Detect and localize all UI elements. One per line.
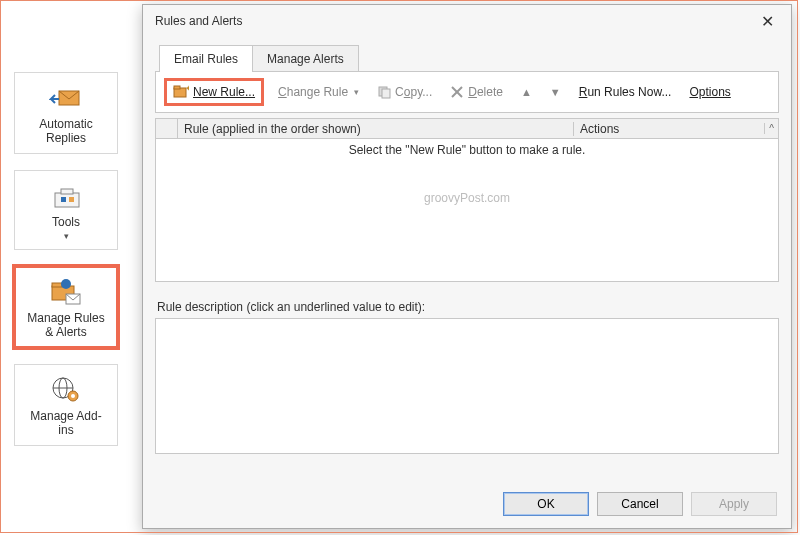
svg-rect-19 — [382, 89, 390, 98]
close-icon[interactable]: ✕ — [751, 12, 783, 31]
delete-label: Delete — [468, 85, 503, 99]
scroll-up-icon[interactable]: ^ — [764, 123, 778, 134]
chevron-down-icon: ▾ — [19, 231, 113, 241]
options-button[interactable]: Options — [685, 82, 734, 102]
globe-gear-icon — [19, 373, 113, 407]
svg-rect-1 — [55, 193, 79, 207]
ribbon-sidebar: Automatic Replies Tools ▾ Manage Rul — [14, 72, 118, 446]
column-rule[interactable]: Rule (applied in the order shown) — [178, 122, 574, 136]
svg-rect-16 — [174, 86, 180, 89]
svg-rect-2 — [61, 189, 73, 194]
tab-manage-alerts[interactable]: Manage Alerts — [252, 45, 359, 72]
column-actions[interactable]: Actions — [574, 122, 764, 136]
cancel-button[interactable]: Cancel — [597, 492, 683, 516]
dialog-titlebar: Rules and Alerts ✕ — [143, 5, 791, 37]
rules-toolbar: ✦ New Rule... Change Rule ▾ Copy... Dele… — [155, 71, 779, 113]
run-rules-now-label: Run Rules Now... — [579, 85, 672, 99]
manage-addins-button[interactable]: Manage Add- ins — [14, 364, 118, 446]
automatic-replies-label: Automatic Replies — [19, 117, 113, 145]
manage-rules-alerts-button[interactable]: Manage Rules & Alerts — [14, 266, 118, 348]
svg-rect-6 — [52, 283, 62, 287]
rules-list: Rule (applied in the order shown) Action… — [155, 118, 779, 282]
move-down-button[interactable]: ▼ — [546, 83, 565, 101]
chevron-down-icon: ▾ — [354, 87, 359, 97]
rule-description-box — [155, 318, 779, 454]
svg-point-14 — [71, 394, 75, 398]
empty-rules-hint: Select the "New Rule" button to make a r… — [156, 139, 778, 157]
tab-email-rules[interactable]: Email Rules — [159, 45, 253, 72]
automatic-replies-button[interactable]: Automatic Replies — [14, 72, 118, 154]
manage-addins-label: Manage Add- ins — [19, 409, 113, 437]
svg-rect-4 — [69, 197, 74, 202]
apply-button[interactable]: Apply — [691, 492, 777, 516]
tools-icon — [19, 179, 113, 213]
svg-text:✦: ✦ — [185, 85, 189, 93]
run-rules-now-button[interactable]: Run Rules Now... — [575, 82, 676, 102]
reply-mail-icon — [19, 81, 113, 115]
triangle-down-icon: ▼ — [550, 86, 561, 98]
new-rule-label: New Rule... — [193, 85, 255, 99]
rules-list-header: Rule (applied in the order shown) Action… — [156, 119, 778, 139]
dialog-button-row: OK Cancel Apply — [503, 492, 777, 516]
delete-button[interactable]: Delete — [446, 82, 507, 102]
folder-alert-icon — [19, 275, 113, 309]
dialog-title: Rules and Alerts — [151, 14, 751, 28]
copy-icon — [377, 85, 391, 99]
new-rule-button[interactable]: ✦ New Rule... — [164, 78, 264, 106]
change-rule-label: Change Rule — [278, 85, 348, 99]
delete-x-icon — [450, 85, 464, 99]
ok-button[interactable]: OK — [503, 492, 589, 516]
svg-rect-8 — [64, 280, 68, 283]
column-checkbox — [156, 119, 178, 138]
triangle-up-icon: ▲ — [521, 86, 532, 98]
move-up-button[interactable]: ▲ — [517, 83, 536, 101]
manage-rules-label: Manage Rules & Alerts — [19, 311, 113, 339]
change-rule-button[interactable]: Change Rule ▾ — [274, 82, 363, 102]
tools-button[interactable]: Tools ▾ — [14, 170, 118, 250]
options-label: Options — [689, 85, 730, 99]
rules-and-alerts-dialog: Rules and Alerts ✕ Email Rules Manage Al… — [142, 4, 792, 529]
tools-label: Tools — [19, 215, 113, 229]
svg-rect-3 — [61, 197, 66, 202]
dialog-tabs: Email Rules Manage Alerts — [143, 45, 791, 72]
new-rule-icon: ✦ — [173, 85, 189, 99]
copy-label: Copy... — [395, 85, 432, 99]
copy-button[interactable]: Copy... — [373, 82, 436, 102]
watermark-text: groovyPost.com — [156, 191, 778, 205]
rule-description-label: Rule description (click an underlined va… — [157, 300, 777, 314]
